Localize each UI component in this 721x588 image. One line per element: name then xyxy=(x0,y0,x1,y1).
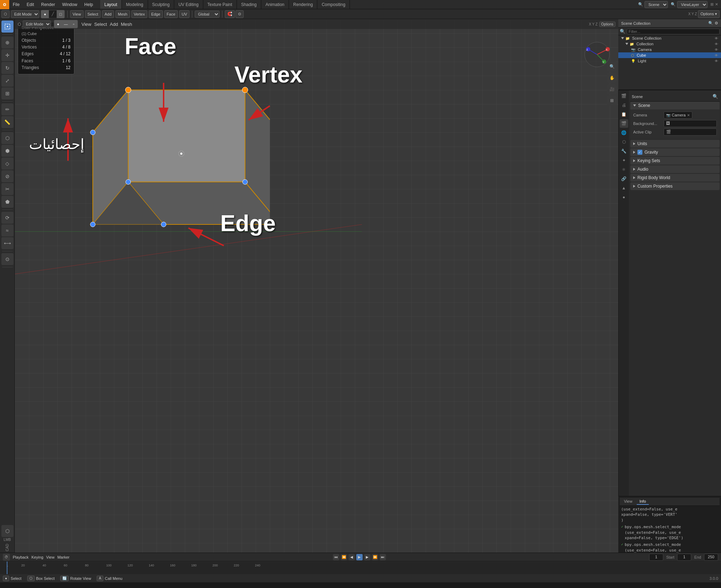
tab-layout[interactable]: Layout xyxy=(100,0,122,9)
jump-end-btn[interactable]: ⏭ xyxy=(380,554,386,560)
vp-select-menu[interactable]: Select xyxy=(94,22,107,27)
prop-particles-icon[interactable]: ✦ xyxy=(620,156,628,165)
uv-menu[interactable]: UV xyxy=(179,10,189,18)
keying-sets-header[interactable]: Keying Sets xyxy=(630,157,720,165)
edge-select[interactable]: — xyxy=(62,20,70,28)
prop-view-layer-icon[interactable]: 📋 xyxy=(620,110,628,119)
tool-edge-slide[interactable]: ⟷ xyxy=(1,237,13,249)
tool-scale[interactable]: ⤢ xyxy=(1,75,13,87)
gravity-section-header[interactable]: ✓ Gravity xyxy=(630,148,720,156)
custom-props-header[interactable]: Custom Properties xyxy=(630,182,720,190)
tool-loop-cut[interactable]: ⊘ xyxy=(1,170,13,182)
prev-keyframe-btn[interactable]: ◀ xyxy=(348,554,355,560)
audio-section-header[interactable]: Audio xyxy=(630,165,720,173)
prop-search-icon[interactable]: 🔍 xyxy=(713,94,718,99)
tab-uv-editing[interactable]: UV Editing xyxy=(174,0,203,9)
tool-rotate[interactable]: ↻ xyxy=(1,62,13,74)
object-select-btn[interactable]: ⬡ xyxy=(1,10,10,18)
cube-vis-icon[interactable]: 👁 xyxy=(715,53,718,57)
prop-material-icon[interactable]: ● xyxy=(620,193,628,201)
view-menu[interactable]: View xyxy=(70,10,84,18)
outliner-scene-collection[interactable]: 📁 Scene Collection 👁 xyxy=(618,35,721,41)
next-keyframe-btn[interactable]: ▶ xyxy=(364,554,370,560)
current-frame[interactable]: 1 xyxy=(649,554,663,561)
vp-icon-3[interactable]: 🎥 xyxy=(607,84,617,94)
outliner-camera[interactable]: 📷 Camera 👁 xyxy=(618,47,721,52)
tool-inset[interactable]: ⬢ xyxy=(1,145,13,157)
vertex-mode-icon[interactable]: ● xyxy=(41,10,49,18)
background-value[interactable]: 🖼 xyxy=(664,120,717,127)
next-frame-btn[interactable]: ⏩ xyxy=(372,554,378,560)
units-section-header[interactable]: Units xyxy=(630,140,720,148)
transform-select[interactable]: Global xyxy=(195,11,220,18)
camera-vis-icon[interactable]: 👁 xyxy=(715,48,718,52)
outliner-collection[interactable]: 📁 Collection 👁 xyxy=(618,41,721,47)
vp-icon-1[interactable]: 🔍 xyxy=(607,62,617,72)
tool-extrude[interactable]: ⬡ xyxy=(1,132,13,144)
camera-chip[interactable]: 📷 Camera ✕ xyxy=(664,112,692,119)
mode-select[interactable]: Edit Mode xyxy=(11,10,39,18)
face-menu[interactable]: Face xyxy=(164,10,178,18)
tool-spin[interactable]: ⟳ xyxy=(1,212,13,224)
info-tab-view[interactable]: View xyxy=(621,498,635,505)
outliner-settings-icon[interactable]: ⚙ xyxy=(715,21,718,25)
tool-shrink[interactable]: ⊙ xyxy=(1,253,13,265)
tab-sculpting[interactable]: Sculpting xyxy=(148,0,174,9)
vp-icon-2[interactable]: ✋ xyxy=(607,73,617,83)
vertex-menu[interactable]: Vertex xyxy=(131,10,147,18)
tab-modeling[interactable]: Modeling xyxy=(122,0,148,9)
scene-section-header[interactable]: Scene xyxy=(630,102,720,109)
snapping-btn[interactable]: 🧲 xyxy=(225,10,235,18)
keying-label[interactable]: Keying xyxy=(32,555,44,559)
tab-texture-paint[interactable]: Texture Paint xyxy=(203,0,237,9)
start-frame[interactable]: 1 xyxy=(677,554,691,561)
vp-view-menu[interactable]: View xyxy=(81,22,91,27)
visibility-icon[interactable]: 👁 xyxy=(715,36,718,40)
vert-select[interactable]: ● xyxy=(54,20,62,28)
prev-frame-btn[interactable]: ⏪ xyxy=(341,554,347,560)
prop-modifier-icon[interactable]: 🔧 xyxy=(620,147,628,155)
tool-annotate[interactable]: ✏ xyxy=(1,103,13,115)
camera-chip-close[interactable]: ✕ xyxy=(687,113,690,117)
menu-file[interactable]: File xyxy=(9,0,23,9)
outliner-filter-input[interactable] xyxy=(627,29,720,34)
gravity-checkbox[interactable]: ✓ xyxy=(637,150,642,155)
edit-mode-select[interactable]: Edit Mode xyxy=(23,21,51,28)
scene-select[interactable]: Scene xyxy=(645,1,668,8)
edge-mode-icon[interactable]: ╱ xyxy=(49,10,57,18)
viewport[interactable]: X Y Z User Perspective (1) Cube Objects … xyxy=(15,19,618,553)
menu-edit[interactable]: Edit xyxy=(23,0,38,9)
rigid-body-header[interactable]: Rigid Body World xyxy=(630,174,720,182)
face-select[interactable]: ▫ xyxy=(70,20,78,28)
tool-move[interactable]: ✛ xyxy=(1,49,13,61)
outliner-cube[interactable]: ⬡ Cube 👁 xyxy=(618,52,721,58)
menu-help[interactable]: Help xyxy=(81,0,97,9)
tab-rendering[interactable]: Rendering xyxy=(289,0,317,9)
light-vis-icon[interactable]: 👁 xyxy=(715,59,718,63)
tool-bevel[interactable]: ◇ xyxy=(1,158,13,170)
timeline-body[interactable]: 1 20 40 60 80 100 120 140 160 180 200 22… xyxy=(0,561,721,574)
add-menu[interactable]: Add xyxy=(102,10,114,18)
viewlayer-select[interactable]: ViewLayer xyxy=(677,1,708,8)
select-menu[interactable]: Select xyxy=(85,10,101,18)
tool-select[interactable] xyxy=(1,21,13,33)
prop-render-icon[interactable]: 🎬 xyxy=(620,92,628,100)
tool-poly-build[interactable]: ⬟ xyxy=(1,196,13,208)
vp-mesh-menu[interactable]: Mesh xyxy=(121,22,132,27)
prop-object-icon[interactable]: ⬡ xyxy=(620,138,628,146)
tab-compositing[interactable]: Compositing xyxy=(317,0,350,9)
tab-shading[interactable]: Shading xyxy=(237,0,261,9)
outliner-filter-icon[interactable]: 🔍 xyxy=(708,21,713,25)
tool-smooth[interactable]: ≈ xyxy=(1,224,13,236)
proportional-btn[interactable]: ⊙ xyxy=(235,10,244,18)
info-tab-info[interactable]: Info xyxy=(637,498,649,505)
vp-icon-4[interactable]: ⊞ xyxy=(607,96,617,105)
menu-render[interactable]: Render xyxy=(38,0,58,9)
prop-scene-icon[interactable]: 🎬 xyxy=(620,119,628,128)
menu-window[interactable]: Window xyxy=(58,0,81,9)
end-frame[interactable]: 250 xyxy=(704,554,718,561)
prop-physics-icon[interactable]: ⚛ xyxy=(620,165,628,174)
tool-transform[interactable]: ⊞ xyxy=(1,87,13,99)
tool-measure[interactable]: 📏 xyxy=(1,116,13,128)
outliner-light[interactable]: 💡 Light 👁 xyxy=(618,58,721,64)
